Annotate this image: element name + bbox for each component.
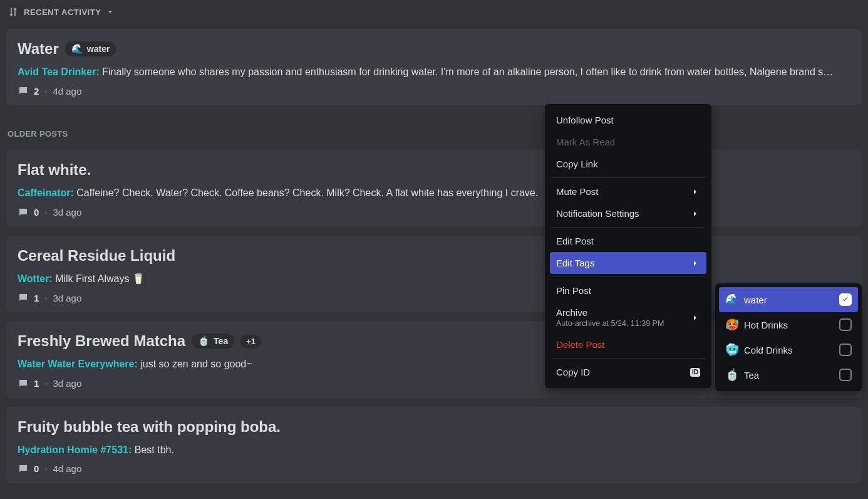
menu-unfollow[interactable]: Unfollow Post	[550, 109, 706, 131]
tag-option-label: Tea	[744, 370, 759, 381]
wave-icon: 🌊	[725, 293, 738, 307]
tag-option-hot-drinks[interactable]: 🥵 Hot Drinks	[719, 312, 858, 337]
post-author: Water Water Everywhere:	[18, 359, 138, 369]
menu-edit-post[interactable]: Edit Post	[550, 230, 706, 252]
post-age: 3d ago	[53, 207, 81, 218]
cold-face-icon: 🥶	[725, 343, 738, 357]
post-age: 4d ago	[53, 86, 81, 97]
post-title: Flat white.	[18, 161, 91, 179]
post-header: Water 🌊 water	[18, 40, 850, 58]
post-title: Cereal Residue Liquid	[18, 247, 175, 265]
hot-face-icon: 🥵	[725, 318, 738, 332]
sort-dropdown[interactable]: RECENT ACTIVITY	[0, 0, 868, 24]
post-text: just so zen and so good~	[140, 359, 252, 369]
tag-option-water[interactable]: 🌊 water	[719, 287, 858, 312]
separator-dot: ●	[44, 295, 48, 302]
chevron-down-icon	[106, 8, 115, 16]
sort-icon	[8, 6, 19, 18]
comment-count: 0	[34, 463, 39, 474]
tag-chip[interactable]: 🍵 Tea	[192, 334, 234, 349]
post-text: Milk First Always 🥛	[55, 273, 145, 284]
menu-separator	[551, 276, 705, 277]
chevron-right-icon	[690, 258, 700, 268]
post-header: Fruity bubble tea with popping boba.	[18, 418, 850, 436]
post-body: Avid Tea Drinker: Finally someone who sh…	[18, 65, 850, 79]
sort-label: RECENT ACTIVITY	[24, 8, 101, 17]
post-context-menu: Unfollow Post Mark As Read Copy Link Mut…	[545, 104, 711, 388]
comment-count: 1	[34, 293, 39, 303]
post-meta: 0 ● 3d ago	[18, 207, 850, 218]
checkbox-unchecked[interactable]	[839, 369, 852, 381]
post-title: Water	[18, 40, 59, 58]
post-author: Hydration Homie #7531:	[18, 444, 132, 455]
comment-count: 0	[34, 207, 39, 218]
comment-icon	[18, 292, 29, 303]
tag-chip[interactable]: 🌊 water	[65, 41, 116, 56]
comment-icon	[18, 85, 29, 97]
post-age: 4d ago	[53, 463, 81, 474]
menu-separator	[551, 227, 705, 228]
menu-separator	[551, 177, 705, 178]
older-posts-label: OLDER POSTS	[0, 114, 868, 145]
comment-count: 2	[34, 86, 39, 97]
tag-label: water	[87, 44, 110, 54]
forum-post[interactable]: Fruity bubble tea with popping boba. Hyd…	[6, 407, 862, 483]
post-header: Cereal Residue Liquid	[18, 247, 850, 265]
id-badge-icon: ID	[690, 368, 700, 377]
post-author: Wotter:	[18, 273, 53, 284]
post-meta: 0 ● 4d ago	[18, 463, 850, 475]
checkbox-unchecked[interactable]	[839, 344, 852, 356]
menu-edit-tags[interactable]: Edit Tags	[550, 252, 706, 274]
menu-copy-id[interactable]: Copy ID ID	[550, 361, 706, 383]
menu-archive[interactable]: Archive Auto-archive at 5/24, 11:39 PM	[550, 302, 706, 334]
post-age: 3d ago	[53, 378, 81, 389]
tag-option-label: Cold Drinks	[744, 345, 793, 355]
post-title: Freshly Brewed Matcha	[18, 332, 185, 350]
tag-option-tea[interactable]: 🍵 Tea	[719, 362, 858, 387]
comment-icon	[18, 378, 29, 389]
chevron-right-icon	[690, 187, 700, 197]
tag-label: Tea	[214, 336, 228, 346]
checkbox-unchecked[interactable]	[839, 318, 852, 331]
tea-icon: 🍵	[725, 368, 738, 382]
forum-post[interactable]: Water 🌊 water Avid Tea Drinker: Finally …	[6, 29, 862, 105]
menu-separator	[551, 358, 705, 359]
post-meta: 2 ● 4d ago	[18, 85, 850, 97]
separator-dot: ●	[44, 380, 48, 387]
menu-pin[interactable]: Pin Post	[550, 280, 706, 302]
menu-mute[interactable]: Mute Post	[550, 181, 706, 202]
post-text: Best tbh.	[135, 444, 174, 455]
menu-delete[interactable]: Delete Post	[550, 334, 706, 355]
post-text: Caffeine? Check. Water? Check. Coffee be…	[76, 187, 538, 198]
separator-dot: ●	[44, 465, 48, 472]
post-author: Avid Tea Drinker:	[18, 66, 100, 77]
post-text: Finally someone who shares my passion an…	[102, 66, 833, 77]
menu-mark-read: Mark As Read	[550, 131, 706, 153]
post-body: Caffeinator: Caffeine? Check. Water? Che…	[18, 186, 850, 200]
tag-option-label: Hot Drinks	[744, 320, 788, 330]
post-title: Fruity bubble tea with popping boba.	[18, 418, 281, 436]
separator-dot: ●	[44, 88, 48, 95]
extra-tags-chip[interactable]: +1	[240, 335, 261, 348]
comment-count: 1	[34, 378, 39, 389]
edit-tags-popout: 🌊 water 🥵 Hot Drinks 🥶 Cold Drinks 🍵 Tea	[715, 283, 862, 391]
tag-option-cold-drinks[interactable]: 🥶 Cold Drinks	[719, 337, 858, 362]
comment-icon	[18, 207, 29, 218]
menu-copy-link[interactable]: Copy Link	[550, 153, 706, 175]
chevron-right-icon	[690, 209, 700, 219]
comment-icon	[18, 463, 29, 475]
check-icon	[841, 295, 850, 304]
separator-dot: ●	[44, 209, 48, 216]
post-author: Caffeinator:	[18, 187, 74, 198]
checkbox-checked[interactable]	[839, 293, 852, 306]
post-body: Hydration Homie #7531: Best tbh.	[18, 443, 850, 457]
forum-post[interactable]: Flat white. Caffeinator: Caffeine? Check…	[6, 150, 862, 226]
post-header: Flat white.	[18, 161, 850, 179]
chevron-right-icon	[690, 313, 700, 323]
wave-icon: 🌊	[71, 43, 83, 55]
tea-icon: 🍵	[198, 335, 210, 347]
post-age: 3d ago	[53, 293, 81, 303]
menu-notification-settings[interactable]: Notification Settings	[550, 202, 706, 224]
archive-subtext: Auto-archive at 5/24, 11:39 PM	[556, 319, 664, 328]
tag-option-label: water	[744, 295, 767, 305]
